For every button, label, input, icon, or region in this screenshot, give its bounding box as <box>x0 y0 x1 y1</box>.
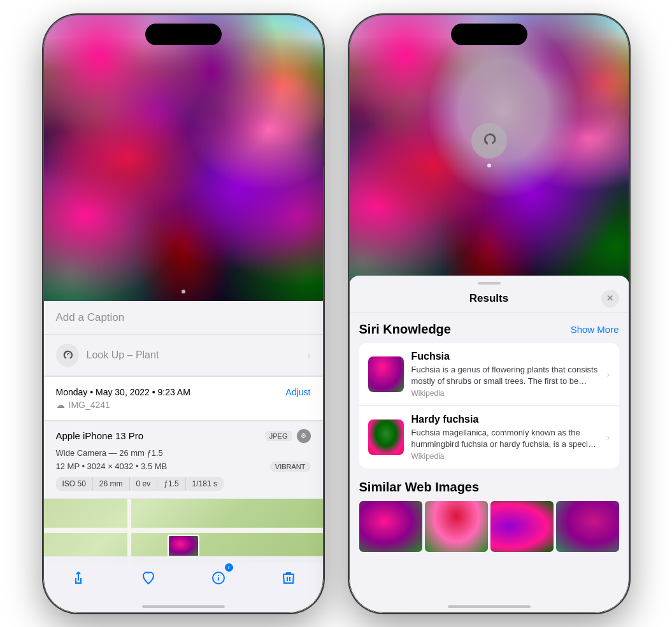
specs-text: 12 MP • 3024 × 4032 • 3.5 MB <box>56 461 168 471</box>
camera-details: Wide Camera — 26 mm ƒ1.5 <box>56 448 311 458</box>
delete-button[interactable] <box>273 562 304 594</box>
exif-row: ISO 50 26 mm 0 ev ƒ1.5 1/181 s <box>56 477 311 491</box>
hardy-description: Fuchsia magellanica, commonly known as t… <box>411 427 599 450</box>
similar-images-header: Similar Web Images <box>359 470 619 501</box>
sheet-content: Siri Knowledge Show More Fuchsia Fuchsia… <box>349 313 629 553</box>
fuchsia-title: Fuchsia <box>411 351 599 362</box>
dynamic-island-right <box>451 24 527 45</box>
similar-image-1[interactable] <box>359 501 422 552</box>
aperture-value: ƒ1.5 <box>157 477 185 491</box>
map-background <box>43 499 324 563</box>
photo-page-dot <box>182 290 185 293</box>
favorite-button[interactable] <box>132 562 164 594</box>
share-button[interactable] <box>62 562 94 594</box>
vibrant-badge: VIBRANT <box>270 461 311 472</box>
info-icon <box>211 570 226 586</box>
close-button[interactable]: ✕ <box>601 290 619 307</box>
cloud-icon: ☁ <box>56 400 65 410</box>
siri-knowledge-heading: Siri Knowledge <box>359 322 451 337</box>
knowledge-card: Fuchsia Fuchsia is a genus of flowering … <box>359 343 619 469</box>
fuchsia-thumbnail <box>368 356 404 392</box>
gear-icon[interactable]: ⚙ <box>297 429 311 443</box>
filename-text: IMG_4241 <box>69 400 110 410</box>
fuchsia-description: Fuchsia is a genus of flowering plants t… <box>411 364 599 387</box>
info-section: Add a Caption Look Up – Plant › <box>43 301 324 563</box>
hardy-source: Wikipedia <box>411 452 599 461</box>
caption-area[interactable]: Add a Caption <box>43 301 324 335</box>
home-indicator-right <box>448 605 531 608</box>
knowledge-item-hardy[interactable]: Hardy fuchsia Fuchsia magellanica, commo… <box>359 406 619 468</box>
filename-row: ☁ IMG_4241 <box>56 400 311 410</box>
specs-row: 12 MP • 3024 × 4032 • 3.5 MB VIBRANT <box>56 461 311 472</box>
right-phone: Results ✕ Siri Knowledge Show More <box>349 15 629 613</box>
hardy-title: Hardy fuchsia <box>411 414 599 425</box>
similar-image-3[interactable] <box>490 501 554 552</box>
map-road-vertical <box>127 499 131 563</box>
siri-icon-overlay <box>471 123 507 159</box>
date-text: Monday • May 30, 2022 • 9:23 AM <box>56 387 190 397</box>
camera-model-row: Apple iPhone 13 Pro JPEG ⚙ <box>56 429 311 443</box>
home-indicator-left <box>142 605 225 608</box>
fuchsia-source: Wikipedia <box>411 389 599 398</box>
fuchsia-text: Fuchsia Fuchsia is a genus of flowering … <box>411 351 599 398</box>
siri-knowledge-header: Siri Knowledge Show More <box>359 313 619 343</box>
lookup-row[interactable]: Look Up – Plant › <box>43 335 324 376</box>
left-phone: Add a Caption Look Up – Plant › <box>43 15 324 613</box>
similar-images-row <box>359 501 619 552</box>
left-phone-screen: Add a Caption Look Up – Plant › <box>43 15 324 613</box>
lookup-label: Look Up – Plant <box>87 349 159 361</box>
date-row: Monday • May 30, 2022 • 9:23 AM Adjust <box>56 387 311 397</box>
results-sheet: Results ✕ Siri Knowledge Show More <box>349 276 629 613</box>
knowledge-item-fuchsia[interactable]: Fuchsia Fuchsia is a genus of flowering … <box>359 343 619 406</box>
show-more-button[interactable]: Show More <box>571 324 619 335</box>
hardy-chevron: › <box>607 432 610 442</box>
caption-placeholder[interactable]: Add a Caption <box>56 311 125 323</box>
right-photo-section <box>349 15 629 288</box>
hardy-text: Hardy fuchsia Fuchsia magellanica, commo… <box>411 414 599 461</box>
map-section[interactable] <box>43 499 324 563</box>
share-icon <box>71 570 86 586</box>
iso-value: ISO 50 <box>56 477 93 491</box>
fuchsia-chevron: › <box>607 369 610 379</box>
dynamic-island-left <box>145 24 222 45</box>
adjust-button[interactable]: Adjust <box>286 387 311 397</box>
photo-section[interactable] <box>43 15 324 301</box>
leaf-icon <box>62 349 73 361</box>
similar-images-heading: Similar Web Images <box>359 480 480 494</box>
siri-leaf-icon <box>480 132 498 150</box>
trash-icon <box>282 570 296 586</box>
siri-dot <box>487 164 491 167</box>
sheet-header: Results ✕ <box>349 285 629 313</box>
map-photo-thumbnail <box>168 535 199 558</box>
phones-container: Add a Caption Look Up – Plant › <box>43 15 629 613</box>
photo-toolbar: i <box>43 556 324 613</box>
info-button[interactable]: i <box>203 562 234 594</box>
shutter-value: 1/181 s <box>186 477 224 491</box>
heart-icon <box>141 570 156 586</box>
similar-image-2[interactable] <box>425 501 488 552</box>
focal-value: 26 mm <box>93 477 130 491</box>
hardy-thumbnail <box>368 419 404 455</box>
flower-photo <box>43 15 324 301</box>
sheet-title: Results <box>469 292 508 305</box>
camera-model: Apple iPhone 13 Pro <box>56 430 144 441</box>
map-road-horizontal <box>43 528 324 533</box>
svg-point-2 <box>218 575 218 576</box>
metadata-section: Monday • May 30, 2022 • 9:23 AM Adjust ☁… <box>43 376 324 421</box>
ev-value: 0 ev <box>130 477 158 491</box>
map-thumb-image <box>169 536 198 556</box>
jpeg-badge: JPEG <box>266 431 292 441</box>
info-badge: i <box>225 563 233 572</box>
lookup-icon <box>56 344 79 367</box>
lookup-chevron: › <box>308 350 311 360</box>
similar-image-4[interactable] <box>556 501 619 552</box>
camera-badges: JPEG ⚙ <box>266 429 311 443</box>
camera-section: Apple iPhone 13 Pro JPEG ⚙ Wide Camera —… <box>43 421 324 499</box>
right-phone-screen: Results ✕ Siri Knowledge Show More <box>349 15 629 613</box>
